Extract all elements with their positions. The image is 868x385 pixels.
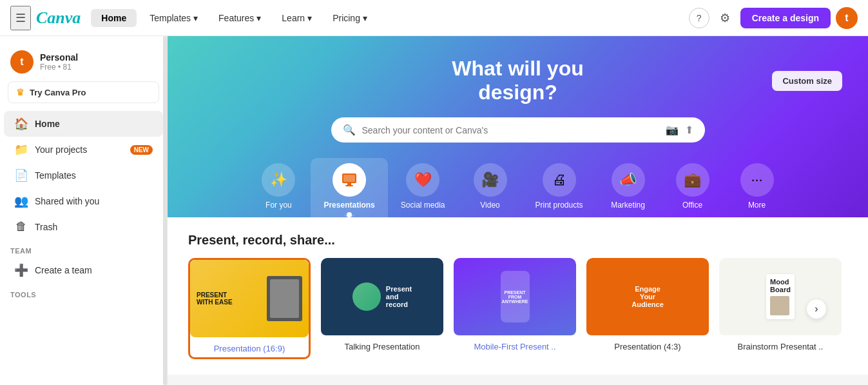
section-title: Present, record, share... (188, 233, 847, 248)
category-label: Print products (535, 201, 583, 210)
template-card-pres-169[interactable]: PRESENTWITH EASE Presentation (16:9) (188, 258, 311, 359)
user-section: t Personal Free • 81 (0, 44, 167, 81)
category-presentations[interactable]: Presentations (311, 158, 387, 217)
category-label: Video (480, 201, 499, 210)
template-name: Presentation (16:9) (190, 342, 309, 357)
chevron-down-icon: ▾ (363, 13, 367, 23)
category-label: Social media (401, 201, 445, 210)
home-icon: 🏠 (14, 117, 28, 131)
shared-icon: 👥 (14, 194, 28, 208)
upload-icon[interactable]: ⬆ (685, 124, 693, 136)
template-row-wrapper: PRESENTWITH EASE Presentation (16:9) Pre… (188, 258, 847, 359)
main-layout: t Personal Free • 81 ♛ Try Canva Pro 🏠 H… (0, 36, 868, 385)
category-for-you[interactable]: ✨For you (246, 158, 311, 217)
category-more[interactable]: ···More (725, 158, 789, 217)
template-name: Presentation (4:3) (586, 341, 709, 355)
category-row: ✨For you Presentations❤️Social media🎥Vid… (193, 158, 842, 217)
sidebar: t Personal Free • 81 ♛ Try Canva Pro 🏠 H… (0, 36, 168, 385)
home-nav-button[interactable]: Home (91, 9, 137, 27)
search-input[interactable] (362, 125, 659, 135)
sidebar-user-avatar: t (10, 50, 34, 74)
camera-icon[interactable]: 📷 (666, 124, 679, 136)
tools-section-label: Tools (0, 283, 167, 301)
folder-icon: 📁 (14, 143, 28, 157)
sidebar-item-shared[interactable]: 👥 Shared with you (4, 188, 163, 214)
template-thumbnail: PRESENTFROMANYWHERE (454, 258, 576, 335)
crown-icon: ♛ (16, 87, 24, 97)
canva-logo[interactable]: Canva (36, 8, 81, 28)
template-grid: PRESENTWITH EASE Presentation (16:9) Pre… (188, 258, 847, 359)
template-thumbnail: PRESENTWITH EASE (190, 260, 309, 337)
try-canva-pro-button[interactable]: ♛ Try Canva Pro (8, 81, 159, 103)
learn-nav-button[interactable]: Learn ▾ (274, 9, 320, 27)
chevron-down-icon: ▾ (256, 13, 261, 23)
templates-nav-button[interactable]: Templates ▾ (142, 9, 206, 27)
chevron-down-icon: ▾ (193, 13, 198, 23)
hamburger-menu[interactable]: ☰ (10, 6, 31, 30)
svg-rect-1 (347, 183, 351, 185)
sidebar-item-home[interactable]: 🏠 Home (4, 111, 163, 137)
svg-rect-3 (343, 175, 355, 182)
features-nav-button[interactable]: Features ▾ (211, 9, 269, 27)
search-icon: 🔍 (343, 124, 356, 136)
template-thumbnail: EngageYourAudience (586, 258, 709, 335)
add-team-icon: ➕ (14, 263, 28, 277)
category-label: More (748, 201, 766, 210)
settings-button[interactable]: ⚙ (715, 8, 735, 28)
category-office[interactable]: 💼Office (661, 158, 725, 217)
hero-section: What will you design? Custom size 🔍 📷 ⬆ … (168, 36, 868, 217)
template-name: Mobile-First Present .. (454, 341, 576, 355)
custom-size-button[interactable]: Custom size (772, 71, 842, 91)
category-label: Presentations (323, 201, 374, 210)
main-content: What will you design? Custom size 🔍 📷 ⬆ … (168, 36, 868, 385)
sidebar-item-templates[interactable]: 📄 Templates (4, 163, 163, 188)
top-navigation: ☰ Canva Home Templates ▾ Features ▾ Lear… (0, 0, 868, 36)
template-thumbnail: Mood Board (719, 258, 842, 335)
user-plan: Free • 81 (40, 63, 78, 72)
content-section: Present, record, share... PRESENTWITH EA… (168, 217, 868, 375)
template-name: Brainstorm Presentat .. (719, 341, 842, 355)
trash-icon: 🗑 (14, 220, 28, 233)
template-card-mobile-first[interactable]: PRESENTFROMANYWHERE Mobile-First Present… (454, 258, 576, 359)
category-marketing[interactable]: 📣Marketing (596, 158, 661, 217)
template-card-talking-pres[interactable]: Present and record Talking Presentation (321, 258, 443, 359)
category-label: Office (682, 201, 702, 210)
sidebar-item-create-team[interactable]: ➕ Create a team (4, 257, 163, 283)
hero-title: What will you design? (412, 57, 624, 104)
sidebar-scrollbar[interactable] (163, 36, 167, 385)
sidebar-item-trash[interactable]: 🗑 Trash (4, 214, 163, 239)
category-label: For you (265, 201, 292, 210)
new-badge: NEW (130, 145, 153, 155)
team-section-label: Team (0, 239, 167, 257)
scroll-right-button[interactable]: › (806, 299, 827, 319)
user-avatar[interactable]: t (836, 7, 858, 29)
help-button[interactable]: ? (689, 8, 709, 28)
svg-rect-2 (345, 185, 353, 186)
create-design-button[interactable]: Create a design (740, 8, 831, 28)
category-social-media[interactable]: ❤️Social media (388, 158, 458, 217)
sidebar-item-your-projects[interactable]: 📁 Your projects NEW (4, 137, 163, 163)
templates-icon: 📄 (14, 168, 28, 183)
template-thumbnail: Present and record (321, 258, 443, 335)
template-card-pres-43[interactable]: EngageYourAudience Presentation (4:3) (586, 258, 709, 359)
category-label: Marketing (611, 201, 645, 210)
user-name: Personal (40, 52, 78, 63)
pricing-nav-button[interactable]: Pricing ▾ (325, 9, 375, 27)
category-print-products[interactable]: 🖨Print products (523, 158, 596, 217)
category-video[interactable]: 🎥Video (458, 158, 523, 217)
search-bar: 🔍 📷 ⬆ (331, 117, 705, 143)
chevron-down-icon: ▾ (307, 13, 312, 23)
template-name: Talking Presentation (321, 341, 443, 355)
active-indicator (347, 212, 352, 217)
